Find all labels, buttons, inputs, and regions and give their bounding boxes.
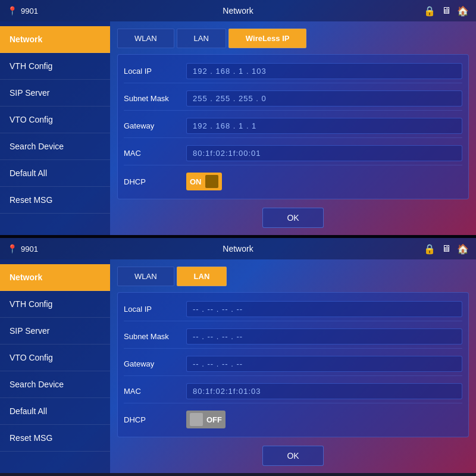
sidebar-item-resetmsg-2[interactable]: Reset MSG [0, 425, 110, 452]
dhcp-square-2 [190, 413, 203, 426]
header-left-1: 📍 9901 [7, 6, 38, 15]
sidebar-item-resetmsg-1[interactable]: Reset MSG [0, 187, 110, 214]
location-icon-1: 📍 [7, 6, 17, 15]
dhcp-toggle-1[interactable]: ON [186, 173, 222, 190]
ok-wrap-2: OK [117, 446, 469, 466]
dhcp-on-text-1: ON [190, 177, 202, 186]
label-dhcp-1: DHCP [124, 177, 180, 186]
header-icons-2: 🔒 🖥 🏠 [424, 243, 469, 255]
content-1: Network VTH Config SIP Server VTO Config… [0, 21, 476, 235]
sidebar-2: Network VTH Config SIP Server VTO Config… [0, 259, 110, 473]
label-subnet-2: Subnet Mask [124, 332, 180, 341]
header-title-1: Network [223, 6, 253, 15]
tab-lan-2[interactable]: LAN [177, 267, 227, 286]
home-icon-2[interactable]: 🏠 [457, 243, 469, 255]
label-gateway-1: Gateway [124, 121, 180, 130]
sidebar-item-vtoconfig-1[interactable]: VTO Config [0, 107, 110, 133]
form-row-dhcp-2: DHCP OFF [124, 407, 462, 432]
label-subnet-1: Subnet Mask [124, 94, 180, 103]
label-localip-1: Local IP [124, 67, 180, 76]
ok-button-1[interactable]: OK [262, 208, 323, 228]
tab-wirelessip-1[interactable]: WireLess IP [228, 29, 307, 48]
monitor-icon-2[interactable]: 🖥 [441, 243, 451, 254]
label-localip-2: Local IP [124, 305, 180, 314]
form-area-1: Local IP 192 . 168 . 1 . 103 Subnet Mask… [117, 54, 469, 199]
sidebar-item-defaultall-2[interactable]: Default All [0, 398, 110, 425]
content-2: Network VTH Config SIP Server VTO Config… [0, 259, 476, 473]
ok-wrap-1: OK [117, 208, 469, 228]
form-row-gateway-1: Gateway 192 . 168 . 1 . 1 [124, 114, 462, 138]
panel-lan: 📍 9901 Network 🔒 🖥 🏠 Network VTH Config … [0, 238, 476, 473]
form-row-subnet-2: Subnet Mask -- . -- . -- . -- [124, 325, 462, 349]
value-localip-2[interactable]: -- . -- . -- . -- [186, 301, 462, 317]
label-mac-2: MAC [124, 387, 180, 396]
device-id-1: 9901 [21, 7, 38, 15]
value-subnet-2[interactable]: -- . -- . -- . -- [186, 328, 462, 345]
dhcp-off-text-2: OFF [206, 415, 222, 424]
value-gateway-2[interactable]: -- . -- . -- . -- [186, 356, 462, 372]
value-gateway-1[interactable]: 192 . 168 . 1 . 1 [186, 118, 462, 134]
sidebar-item-defaultall-1[interactable]: Default All [0, 160, 110, 187]
form-row-gateway-2: Gateway -- . -- . -- . -- [124, 352, 462, 376]
monitor-icon-1[interactable]: 🖥 [441, 5, 451, 16]
form-row-localip-2: Local IP -- . -- . -- . -- [124, 298, 462, 321]
sidebar-item-vthconfig-1[interactable]: VTH Config [0, 53, 110, 80]
form-row-dhcp-1: DHCP ON [124, 169, 462, 194]
panel-wireless-ip: 📍 9901 Network 🔒 🖥 🏠 Network VTH Config … [0, 0, 476, 235]
header-left-2: 📍 9901 [7, 244, 38, 253]
tabs-2: WLAN LAN [117, 267, 469, 286]
sidebar-1: Network VTH Config SIP Server VTO Config… [0, 21, 110, 235]
location-icon-2: 📍 [7, 244, 17, 253]
value-subnet-1[interactable]: 255 . 255 . 255 . 0 [186, 90, 462, 107]
lock-icon-1[interactable]: 🔒 [424, 5, 436, 17]
header-title-2: Network [223, 244, 253, 253]
ok-button-2[interactable]: OK [262, 446, 323, 466]
form-row-subnet-1: Subnet Mask 255 . 255 . 255 . 0 [124, 87, 462, 111]
dhcp-square-1 [205, 175, 218, 188]
value-mac-1: 80:1f:02:1f:00:01 [186, 145, 462, 161]
form-area-2: Local IP -- . -- . -- . -- Subnet Mask -… [117, 292, 469, 437]
form-row-mac-2: MAC 80:1f:02:1f:01:03 [124, 380, 462, 403]
header-icons-1: 🔒 🖥 🏠 [424, 5, 469, 17]
value-mac-2: 80:1f:02:1f:01:03 [186, 383, 462, 399]
sidebar-item-network-2[interactable]: Network [0, 264, 110, 291]
home-icon-1[interactable]: 🏠 [457, 5, 469, 17]
tabs-1: WLAN LAN WireLess IP [117, 29, 469, 48]
sidebar-item-network-1[interactable]: Network [0, 26, 110, 53]
sidebar-item-vtoconfig-2[interactable]: VTO Config [0, 345, 110, 371]
device-id-2: 9901 [21, 245, 38, 253]
sidebar-item-searchdevice-2[interactable]: Search Device [0, 371, 110, 398]
tab-lan-1[interactable]: LAN [177, 29, 226, 48]
header-1: 📍 9901 Network 🔒 🖥 🏠 [0, 0, 476, 21]
tab-wlan-1[interactable]: WLAN [117, 29, 174, 48]
label-mac-1: MAC [124, 149, 180, 158]
label-gateway-2: Gateway [124, 359, 180, 368]
main-2: WLAN LAN Local IP -- . -- . -- . -- Subn… [110, 259, 476, 473]
form-row-mac-1: MAC 80:1f:02:1f:00:01 [124, 142, 462, 165]
sidebar-item-sipserver-2[interactable]: SIP Server [0, 318, 110, 345]
form-row-localip-1: Local IP 192 . 168 . 1 . 103 [124, 60, 462, 83]
main-1: WLAN LAN WireLess IP Local IP 192 . 168 … [110, 21, 476, 235]
lock-icon-2[interactable]: 🔒 [424, 243, 436, 255]
value-localip-1[interactable]: 192 . 168 . 1 . 103 [186, 63, 462, 79]
sidebar-item-vthconfig-2[interactable]: VTH Config [0, 291, 110, 318]
header-2: 📍 9901 Network 🔒 🖥 🏠 [0, 238, 476, 259]
sidebar-item-searchdevice-1[interactable]: Search Device [0, 133, 110, 160]
label-dhcp-2: DHCP [124, 415, 180, 424]
tab-wlan-2[interactable]: WLAN [117, 267, 174, 286]
dhcp-toggle-2[interactable]: OFF [186, 411, 226, 428]
sidebar-item-sipserver-1[interactable]: SIP Server [0, 80, 110, 107]
